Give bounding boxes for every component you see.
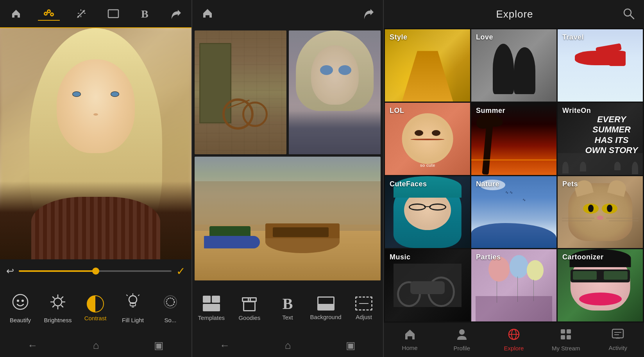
back-button-p2[interactable]: ← [220,339,230,352]
tab-adjust-label: Adjust [356,314,372,320]
svg-line-22 [61,305,63,307]
svg-text:B: B [141,8,148,19]
tool-brightness[interactable]: Brightness [39,283,77,334]
svg-rect-39 [561,329,565,334]
explore-cell-cartoonizer[interactable]: Cartoonizer [558,249,643,321]
search-icon[interactable] [622,7,635,21]
panel1-nav: ← ⌂ ▣ [0,334,191,357]
collage-cell-bike[interactable] [195,30,286,154]
explore-label-love: Love [476,33,493,41]
tab-background[interactable]: Background [308,296,343,320]
svg-line-29 [127,295,127,296]
explore-label-writeon: WriteOn [562,107,591,115]
explore-grid: Style Love Travel [384,28,644,323]
magic-button[interactable] [72,7,91,20]
tab-text-label: Text [282,314,293,321]
explore-header: Explore [384,0,644,28]
tab-background-label: Background [310,314,342,320]
svg-rect-42 [567,335,571,339]
collage-cell-girl[interactable] [289,30,381,154]
tab-templates[interactable]: Templates [194,296,229,321]
svg-line-21 [53,297,54,298]
recent-button-p1[interactable]: ▣ [154,339,164,352]
explore-label-nature: Nature [476,180,499,188]
bnav-activity[interactable]: Activity [598,328,637,351]
explore-label-cartoonizer: Cartoonizer [562,253,604,261]
home-button[interactable] [6,7,26,21]
bnav-activity-label: Activity [609,345,628,351]
share-icon-p2[interactable] [362,7,374,21]
explore-label-parties: Parties [476,253,501,261]
explore-label-pets: Pets [562,180,578,188]
tab-templates-label: Templates [198,314,225,321]
home-button-p2[interactable]: ⌂ [285,339,291,352]
explore-cell-lol[interactable]: so cute LOL [385,103,470,175]
explore-label-travel: Travel [562,33,584,41]
undo-button[interactable]: ↩ [6,266,14,277]
tool-soften[interactable]: So... [152,283,189,334]
profile-nav-icon [456,328,467,343]
bnav-profile-label: Profile [454,345,470,352]
back-button-p1[interactable]: ← [28,339,38,352]
bnav-mystream[interactable]: My Stream [546,328,585,352]
svg-line-34 [630,15,634,19]
tool-brightness-label: Brightness [44,317,72,323]
bnav-home-label: Home [402,345,418,351]
explore-cell-love[interactable]: Love [471,29,556,102]
activity-nav-icon [612,328,624,343]
filters-button[interactable] [38,7,60,21]
bnav-explore[interactable]: Explore [494,328,533,352]
explore-cell-cutefaces[interactable]: CuteFaces [385,176,470,248]
tab-goodies-label: Goodies [238,314,260,321]
explore-cell-music[interactable]: Music [385,249,470,321]
frame-button[interactable] [103,7,124,20]
svg-point-3 [45,13,47,14]
bnav-profile[interactable]: Profile [442,328,481,352]
tab-adjust[interactable]: Adjust [346,296,381,320]
svg-line-30 [138,295,139,296]
bold-button[interactable]: B [136,7,154,21]
explore-label-music: Music [390,253,411,261]
recent-button-p2[interactable]: ▣ [346,339,356,352]
bnav-home[interactable]: Home [390,328,429,351]
svg-rect-11 [108,10,118,18]
tool-contrast[interactable]: Contrast [77,283,114,334]
slider-track[interactable] [19,270,172,272]
svg-point-15 [21,300,24,302]
svg-point-31 [166,298,174,306]
explore-title: Explore [496,8,533,20]
home-button-p1[interactable]: ⌂ [93,339,99,352]
tool-contrast-label: Contrast [84,315,107,321]
writeon-quote: EVERY SUMMER HAS ITS OWN STORY [584,114,639,156]
explore-cell-summer[interactable]: Summer [471,103,556,175]
explore-cell-travel[interactable]: Travel [558,29,643,102]
home-icon-p2[interactable] [202,7,213,21]
mystream-nav-icon [560,328,572,343]
editor-photo [0,28,191,259]
explore-cell-writeon[interactable]: WriteOn EVERY SUMMER HAS ITS OWN STORY [558,103,643,175]
explore-cell-nature[interactable]: ∿ ∿ ∿ Nature [471,176,556,248]
tool-beautify[interactable]: Beautify [2,283,39,334]
explore-nav-icon [508,328,520,343]
tab-text[interactable]: B Text [270,296,305,321]
tool-filllight[interactable]: Fill Light [114,283,152,334]
explore-cell-parties[interactable]: Parties [471,249,556,321]
collage-cell-boats[interactable] [195,157,381,280]
panel2-nav: ← ⌂ ▣ [192,334,383,357]
svg-point-16 [54,298,62,306]
explore-label-summer: Summer [476,107,505,115]
tab-goodies[interactable]: Goodies [232,296,267,321]
svg-point-14 [17,300,19,302]
explore-cell-pets[interactable]: Pets [558,176,643,248]
collage-toolbar [192,0,383,28]
bottom-nav: Home Profile Explore [384,323,644,357]
tool-beautify-label: Beautify [10,317,31,323]
explore-cell-style[interactable]: Style [385,29,470,102]
svg-point-4 [48,11,50,12]
svg-point-5 [51,14,53,15]
confirm-button[interactable]: ✓ [176,265,185,278]
share-button[interactable] [165,7,186,21]
tab-adjust-icon [355,296,372,311]
collage-grid [192,28,383,283]
panel-explore: Explore Style Love [383,0,644,357]
